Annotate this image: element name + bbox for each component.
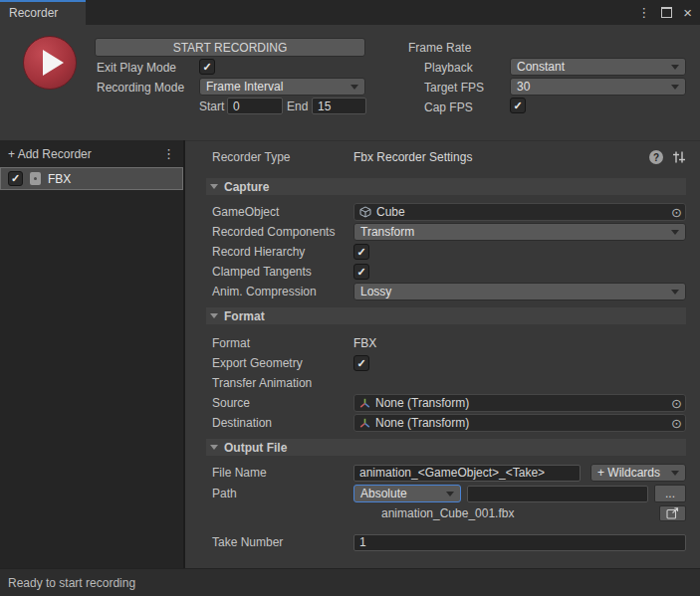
gameobject-value: Cube	[376, 205, 405, 219]
status-text: Ready to start recording	[8, 576, 135, 590]
path-label: Path	[212, 487, 353, 500]
start-recording-label: START RECORDING	[173, 41, 288, 55]
browse-label: ...	[665, 487, 675, 500]
section-capture[interactable]: Capture	[206, 178, 686, 195]
browse-path-button[interactable]: ...	[654, 485, 686, 502]
recorder-type-label: Recorder Type	[212, 150, 353, 164]
chevron-down-icon	[671, 471, 679, 476]
frame-rate-label: Frame Rate	[408, 40, 471, 56]
add-recorder-button[interactable]: + Add Recorder ⋮	[0, 140, 183, 167]
source-label: Source	[212, 396, 353, 410]
path-input[interactable]	[467, 486, 648, 502]
gameobject-object-field[interactable]: Cube ⊙	[353, 203, 686, 221]
destination-row: Destination None (Transform) ⊙	[212, 414, 686, 432]
recorder-settings-panel: Recorder Type Fbx Recorder Settings ? Ca…	[185, 140, 700, 568]
object-picker-icon[interactable]: ⊙	[671, 417, 682, 430]
format-value: FBX	[353, 336, 376, 350]
section-format[interactable]: Format	[206, 307, 686, 324]
source-object-field[interactable]: None (Transform) ⊙	[353, 394, 686, 412]
anim-compression-value: Lossy	[360, 285, 391, 298]
list-menu-icon[interactable]: ⋮	[162, 146, 175, 161]
chevron-down-icon	[350, 85, 358, 90]
wildcards-dropdown[interactable]: + Wildcards	[590, 464, 686, 482]
preset-sliders-icon[interactable]	[672, 150, 686, 164]
cube-icon	[359, 206, 371, 218]
cap-fps-checkbox[interactable]: ✓	[510, 98, 526, 113]
output-preview-row: animation_Cube_001.fbx	[212, 504, 686, 522]
source-row: Source None (Transform) ⊙	[212, 394, 686, 412]
checkmark-icon: ✓	[356, 247, 365, 258]
anim-compression-row: Anim. Compression Lossy	[212, 283, 686, 300]
recorder-clip-icon	[30, 172, 41, 185]
checkmark-icon: ✓	[513, 100, 522, 111]
transform-icon	[359, 418, 370, 429]
transfer-animation-row: Transfer Animation	[212, 374, 686, 392]
clamped-tangents-row: Clamped Tangents ✓	[212, 263, 686, 281]
target-fps-dropdown[interactable]: 30	[510, 78, 686, 96]
export-geometry-row: Export Geometry ✓	[212, 354, 686, 372]
target-fps-label: Target FPS	[424, 80, 484, 96]
record-play-button[interactable]	[23, 36, 77, 90]
object-picker-icon[interactable]: ⊙	[671, 206, 682, 219]
exit-play-mode-checkbox[interactable]: ✓	[199, 59, 215, 75]
gameobject-label: GameObject	[212, 205, 353, 219]
window-menu-icon[interactable]: ⋮	[637, 5, 650, 20]
checkmark-icon: ✓	[356, 267, 365, 278]
foldout-arrow-icon	[210, 313, 218, 318]
target-fps-value: 30	[517, 80, 530, 94]
playback-value: Constant	[517, 60, 565, 74]
take-number-row: Take Number	[212, 533, 686, 551]
recorder-type-value: Fbx Recorder Settings	[353, 150, 472, 164]
open-output-location-button[interactable]	[659, 505, 686, 521]
path-mode-dropdown[interactable]: Absolute	[353, 485, 461, 502]
recorder-enabled-checkbox[interactable]: ✓	[8, 171, 23, 186]
export-geometry-label: Export Geometry	[212, 356, 353, 370]
recording-mode-label: Recording Mode	[97, 80, 184, 96]
anim-compression-dropdown[interactable]: Lossy	[353, 283, 686, 300]
checkmark-icon: ✓	[11, 173, 20, 184]
recorder-type-row: Recorder Type Fbx Recorder Settings	[212, 148, 686, 166]
path-row: Path Absolute ...	[212, 485, 686, 502]
chevron-down-icon	[671, 85, 679, 90]
maximize-icon[interactable]	[661, 7, 672, 18]
open-external-icon	[666, 507, 679, 519]
take-number-input[interactable]	[353, 534, 686, 551]
file-name-input[interactable]	[353, 465, 581, 482]
playback-label: Playback	[424, 60, 473, 76]
recorded-components-dropdown[interactable]: Transform	[353, 223, 686, 241]
wildcards-label: + Wildcards	[597, 466, 660, 480]
chevron-down-icon	[671, 230, 679, 235]
tab-recorder[interactable]: Recorder	[0, 0, 86, 25]
output-file-preview: animation_Cube_001.fbx	[381, 506, 514, 520]
file-name-label: File Name	[212, 466, 353, 480]
tab-title: Recorder	[9, 6, 58, 20]
object-picker-icon[interactable]: ⊙	[671, 397, 682, 410]
export-geometry-checkbox[interactable]: ✓	[353, 355, 369, 371]
exit-play-mode-label: Exit Play Mode	[97, 60, 176, 76]
recording-mode-dropdown[interactable]: Frame Interval	[199, 78, 365, 96]
clamped-tangents-checkbox[interactable]: ✓	[353, 264, 369, 280]
end-frame-input[interactable]	[312, 98, 366, 114]
record-hierarchy-label: Record Hierarchy	[212, 245, 353, 259]
recorded-components-row: Recorded Components Transform	[212, 223, 686, 241]
add-recorder-label: + Add Recorder	[8, 147, 92, 161]
recorded-components-value: Transform	[360, 225, 414, 239]
take-number-label: Take Number	[212, 535, 353, 549]
recorder-list-item-fbx[interactable]: ✓ FBX	[0, 167, 183, 190]
transfer-animation-label: Transfer Animation	[212, 376, 353, 390]
help-icon[interactable]: ?	[649, 150, 663, 164]
start-frame-input[interactable]	[227, 98, 283, 114]
close-icon[interactable]: ×	[683, 8, 692, 18]
status-bar: Ready to start recording	[0, 568, 700, 596]
record-hierarchy-checkbox[interactable]: ✓	[353, 244, 369, 260]
section-output-file[interactable]: Output File	[206, 439, 686, 456]
playback-dropdown[interactable]: Constant	[510, 58, 686, 76]
format-label: Format	[212, 336, 353, 350]
end-frame-label: End	[287, 99, 308, 114]
record-hierarchy-row: Record Hierarchy ✓	[212, 243, 686, 261]
foldout-arrow-icon	[210, 445, 218, 450]
recorder-toolbar: START RECORDING Exit Play Mode ✓ Recordi…	[0, 25, 700, 140]
destination-object-field[interactable]: None (Transform) ⊙	[353, 414, 686, 432]
start-frame-label: Start	[199, 99, 224, 114]
start-recording-button[interactable]: START RECORDING	[95, 38, 365, 57]
